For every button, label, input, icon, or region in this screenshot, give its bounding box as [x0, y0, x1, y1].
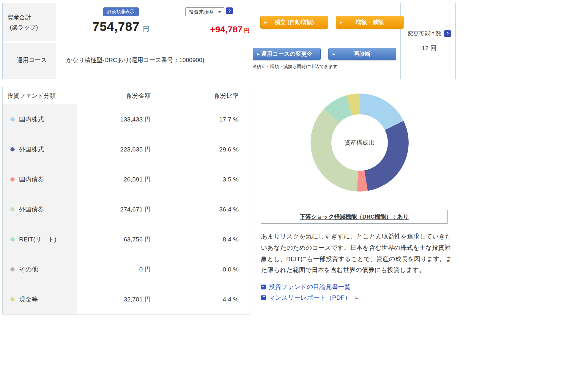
pdf-icon: [353, 295, 359, 300]
asset-composition-chart: 資産構成比: [311, 94, 409, 192]
assets-label-line2: (楽ラップ): [7, 23, 56, 31]
zougaku-gengaku-button[interactable]: 増額・減額: [336, 16, 404, 29]
allocation-ratio: 0.0 %: [166, 254, 250, 284]
allocation-ratio: 8.4 %: [166, 224, 250, 254]
change-count-value: 12 回: [422, 44, 437, 52]
course-label-text: 運用コース: [17, 56, 47, 64]
allocation-amount: 63,756 円: [77, 224, 166, 254]
simultaneous-application-note: ※積立・増額・減額も同時に申込できます: [253, 64, 400, 69]
category-color-dot-icon: [10, 267, 15, 271]
allocation-ratio: 29.6 %: [166, 134, 250, 164]
column-header-category: 投資ファンド分類: [3, 92, 77, 100]
category-color-dot-icon: [10, 237, 15, 241]
course-row: 運用コース かなり積極型-DRCあり(運用コース番号：1000900) 運用コー…: [3, 41, 400, 79]
category-label: 国内株式: [19, 115, 44, 124]
allocation-table: 投資ファンド分類 配分金額 配分比率 国内株式 133,433 円 17.7 %…: [2, 87, 250, 314]
link-label: 投資ファンドの目論見書一覧: [269, 283, 350, 291]
hide-valuation-button[interactable]: 評価額非表示: [103, 7, 139, 16]
assets-label-line1: 資産合計: [7, 13, 56, 21]
chevron-down-icon: [218, 11, 221, 13]
top-summary-section: 資産合計 (楽ラップ) 評価額非表示 754,787 円 投資来損益: [2, 3, 456, 79]
course-detail-column: 資産構成比 下落ショック軽減機能（DRC機能）：あり あまりリスクを気にしすぎず…: [250, 87, 458, 314]
column-header-amount: 配分金額: [77, 92, 166, 100]
category-label: 外国債券: [19, 205, 44, 214]
total-amount-value: 754,787: [92, 20, 140, 34]
course-value: かなり積極型-DRCあり(運用コース番号：1000900): [56, 41, 249, 79]
category-label: REIT(リート): [19, 235, 56, 244]
course-label: 運用コース: [3, 41, 56, 79]
category-label: 現金等: [19, 295, 38, 304]
donut-center-label: 資産構成比: [331, 114, 388, 171]
help-icon[interactable]: ?: [444, 30, 451, 37]
table-row: 現金等 32,701 円 4.4 %: [3, 284, 250, 314]
category-label: 外国株式: [19, 145, 44, 154]
assets-label: 資産合計 (楽ラップ): [3, 3, 56, 41]
allocation-section: 投資ファンド分類 配分金額 配分比率 国内株式 133,433 円 17.7 %…: [2, 87, 458, 314]
allocation-amount: 0 円: [77, 254, 166, 284]
course-description: あまりリスクを気にしすぎずに、とことん収益性を追求していきたいあなたのためのコー…: [261, 231, 454, 276]
page: 資産合計 (楽ラップ) 評価額非表示 754,787 円 投資来損益: [0, 0, 570, 392]
rediagnosis-button[interactable]: 再診断: [328, 48, 396, 60]
profit-loss-amount: +94,787円: [185, 24, 257, 34]
allocation-ratio: 36.4 %: [166, 194, 250, 224]
allocation-amount: 26,591 円: [77, 164, 166, 194]
column-header-ratio: 配分比率: [166, 92, 250, 100]
change-count-panel: 変更可能回数 ? 12 回: [403, 3, 456, 79]
allocation-amount: 32,701 円: [77, 284, 166, 314]
allocation-ratio: 17.7 %: [166, 104, 250, 134]
table-row: 国内株式 133,433 円 17.7 %: [3, 104, 250, 134]
table-header-row: 投資ファンド分類 配分金額 配分比率: [3, 87, 250, 104]
allocation-ratio: 3.5 %: [166, 164, 250, 194]
prospectus-link[interactable]: 投資ファンドの目論見書一覧: [261, 282, 350, 292]
assets-actions: 積立 (自動増額) 増額・減額: [257, 3, 404, 41]
allocation-amount: 133,433 円: [77, 104, 166, 134]
category-label: 国内債券: [19, 175, 44, 184]
table-row: その他 0 円 0.0 %: [3, 254, 250, 284]
table-row: 外国株式 223,635 円 29.6 %: [3, 134, 250, 164]
profit-loss-block: 投資来損益 ? +94,787円: [185, 3, 257, 41]
course-change-button[interactable]: 運用コースの変更※: [253, 48, 321, 60]
yen-unit: 円: [143, 25, 149, 33]
table-row: 外国債券 274,671 円 36.4 %: [3, 194, 250, 224]
drc-feature-box: 下落ショック軽減機能（DRC機能）：あり: [261, 210, 448, 224]
total-assets-amount: 754,787 円: [92, 20, 149, 34]
external-link-icon: [261, 295, 266, 300]
category-color-dot-icon: [10, 147, 15, 151]
allocation-amount: 223,635 円: [77, 134, 166, 164]
link-label: マンスリーレポート（PDF）: [269, 293, 351, 302]
category-label: その他: [19, 265, 38, 274]
assets-row: 資産合計 (楽ラップ) 評価額非表示 754,787 円 投資来損益: [3, 3, 400, 41]
category-color-dot-icon: [10, 207, 15, 211]
external-link-icon: [261, 284, 266, 290]
allocation-amount: 274,671 円: [77, 194, 166, 224]
pl-amount-value: +94,787: [210, 24, 243, 34]
top-summary-panel: 資産合計 (楽ラップ) 評価額非表示 754,787 円 投資来損益: [2, 3, 401, 79]
table-row: 国内債券 26,591 円 3.5 %: [3, 164, 250, 194]
help-icon[interactable]: ?: [226, 7, 233, 14]
change-count-label: 変更可能回数: [408, 30, 442, 37]
table-row: REIT(リート) 63,756 円 8.4 %: [3, 224, 250, 254]
document-links: 投資ファンドの目論見書一覧 マンスリーレポート（PDF）: [261, 282, 458, 303]
monthly-report-link[interactable]: マンスリーレポート（PDF）: [261, 292, 359, 303]
category-color-dot-icon: [10, 177, 15, 181]
pl-yen-unit: 円: [244, 27, 250, 34]
category-color-dot-icon: [10, 117, 15, 121]
course-actions: 運用コースの変更※ 再診断 ※積立・増額・減額も同時に申込できます: [249, 41, 400, 79]
category-color-dot-icon: [10, 297, 15, 301]
total-assets-block: 評価額非表示 754,787 円: [56, 3, 185, 41]
pl-period-select[interactable]: 投資来損益: [185, 7, 224, 16]
drc-title: 下落ショック軽減機能（DRC機能）：あり: [300, 214, 409, 220]
allocation-ratio: 4.4 %: [166, 284, 250, 314]
tsumitate-button[interactable]: 積立 (自動増額): [260, 16, 328, 29]
pl-period-selected-value: 投資来損益: [189, 9, 214, 15]
